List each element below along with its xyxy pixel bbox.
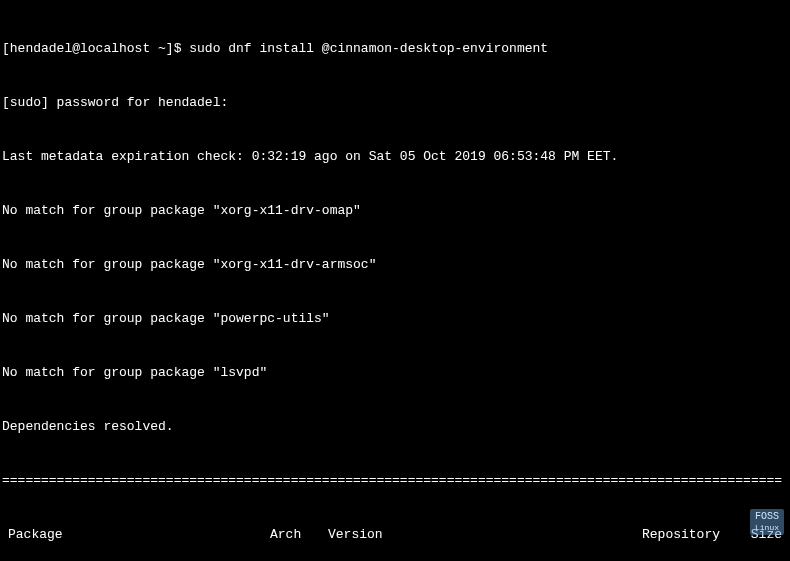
no-match-line: No match for group package "lsvpd" bbox=[0, 364, 790, 382]
header-arch: Arch bbox=[270, 526, 328, 544]
no-match-line: No match for group package "xorg-x11-drv… bbox=[0, 256, 790, 274]
watermark-line2: Linux bbox=[755, 522, 779, 533]
divider-line: ========================================… bbox=[0, 472, 790, 490]
no-match-line: No match for group package "powerpc-util… bbox=[0, 310, 790, 328]
terminal-output[interactable]: [hendadel@localhost ~]$ sudo dnf install… bbox=[0, 4, 790, 561]
prompt-prefix: [hendadel@localhost ~]$ bbox=[2, 41, 189, 56]
watermark-logo: FOSS Linux bbox=[750, 509, 784, 535]
metadata-check: Last metadata expiration check: 0:32:19 … bbox=[0, 148, 790, 166]
header-repository: Repository bbox=[642, 526, 732, 544]
header-package: Package bbox=[2, 526, 270, 544]
header-version: Version bbox=[328, 526, 642, 544]
prompt-line: [hendadel@localhost ~]$ sudo dnf install… bbox=[0, 40, 790, 58]
watermark-line1: FOSS bbox=[755, 511, 779, 522]
sudo-prompt: [sudo] password for hendadel: bbox=[0, 94, 790, 112]
command-text: sudo dnf install @cinnamon-desktop-envir… bbox=[189, 41, 548, 56]
no-match-line: No match for group package "xorg-x11-drv… bbox=[0, 202, 790, 220]
table-header: Package Arch Version Repository Size bbox=[0, 526, 790, 544]
deps-resolved: Dependencies resolved. bbox=[0, 418, 790, 436]
